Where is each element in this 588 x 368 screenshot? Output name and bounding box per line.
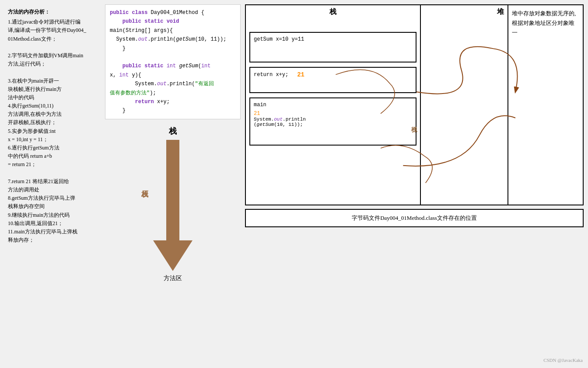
step-9: 9.继续执行main方法的代码 bbox=[8, 211, 97, 219]
num-21-main: 21 bbox=[254, 111, 306, 117]
step-10: 10.输出调用,返回值21； bbox=[8, 219, 97, 228]
method-area-box: 字节码文件Day004_01Method.class文件存在的位置 bbox=[245, 209, 584, 227]
main-label: main bbox=[254, 102, 412, 108]
step-4: 4.执行getSum(10,11)方法调用,在栈中为方法开辟栈帧,压栈执行； bbox=[8, 102, 97, 127]
heap-info-text: 堆中存放对象数据无序的,根据对象地址区分对象唯一 bbox=[512, 9, 579, 38]
stack-arrow-svg bbox=[153, 140, 192, 271]
left-title: 方法的内存分析： bbox=[8, 8, 97, 16]
step-11: 11.main方法执行完毕马上弹栈释放内存； bbox=[8, 228, 97, 244]
left-panel: 方法的内存分析： 1.通过javac命令对源代码进行编译,编译成一份字节码文件D… bbox=[4, 4, 101, 364]
step-6: 6.逐行执行getSum方法中的代码 return a+b= return 21… bbox=[8, 144, 97, 169]
heap-area-label: 堆 bbox=[421, 5, 508, 19]
method-area-label: 方法区 bbox=[164, 274, 182, 282]
svg-rect-0 bbox=[166, 140, 179, 240]
return-line: return x+y; bbox=[254, 72, 288, 78]
return-frame: return x+y; 21 bbox=[249, 67, 416, 93]
getsum-frame: getSum x=10 y=11 bbox=[249, 32, 416, 62]
middle-panel: public class Day004_01Method { public st… bbox=[105, 4, 241, 364]
main-code-line2: (getSum(10, 11)); bbox=[254, 122, 306, 127]
method-area-text: 字节码文件Day004_01Method.class文件存在的位置 bbox=[250, 214, 578, 222]
step-2: 2.字节码文件加载到VM调用main方法,运行代码； bbox=[8, 52, 97, 68]
main-code-line1: System.out.println bbox=[254, 117, 306, 122]
page-container: 方法的内存分析： 1.通过javac命令对源代码进行编译,编译成一份字节码文件D… bbox=[0, 0, 588, 368]
code-block: public class Day004_01Method { public st… bbox=[105, 4, 241, 119]
stack-area: 栈 getSum x=10 y=11 return x+y; 21 main bbox=[246, 5, 421, 205]
svg-marker-1 bbox=[153, 240, 192, 271]
stack-heap-area: 栈 getSum x=10 y=11 return x+y; 21 main bbox=[245, 4, 584, 205]
stack-area-label: 栈 bbox=[246, 5, 420, 19]
step-1: 1.通过javac命令对源代码进行编译,编译成一份字节码文件Day004_01M… bbox=[8, 18, 97, 43]
step-3: 3.在栈中为main开辟一块栈帧,逐行执行main方法中的代码 bbox=[8, 77, 97, 102]
heap-info-area: 堆中存放对象数据无序的,根据对象地址区分对象唯一 bbox=[508, 5, 583, 205]
step-8: 8.getSum方法执行完毕马上弹栈释放内存空间 bbox=[8, 194, 97, 211]
step-7: 7.return 21 将结果21返回给方法的调用处 bbox=[8, 177, 97, 194]
right-panel: 栈 getSum x=10 y=11 return x+y; 21 main bbox=[245, 4, 584, 364]
watermark: CSDN @JavacKaka bbox=[543, 358, 583, 363]
step-5: 5.实参为形参赋值:intx = 10,int y = 11； bbox=[8, 127, 97, 144]
main-frame: main 21 System.out.println (getSum(10, 1… bbox=[249, 97, 416, 146]
heap-area: 堆 bbox=[421, 5, 508, 205]
num-21-return: 21 bbox=[297, 71, 304, 78]
stack-label-top: 栈 bbox=[169, 126, 177, 136]
getsum-frame-label: getSum x=10 y=11 bbox=[254, 36, 412, 42]
